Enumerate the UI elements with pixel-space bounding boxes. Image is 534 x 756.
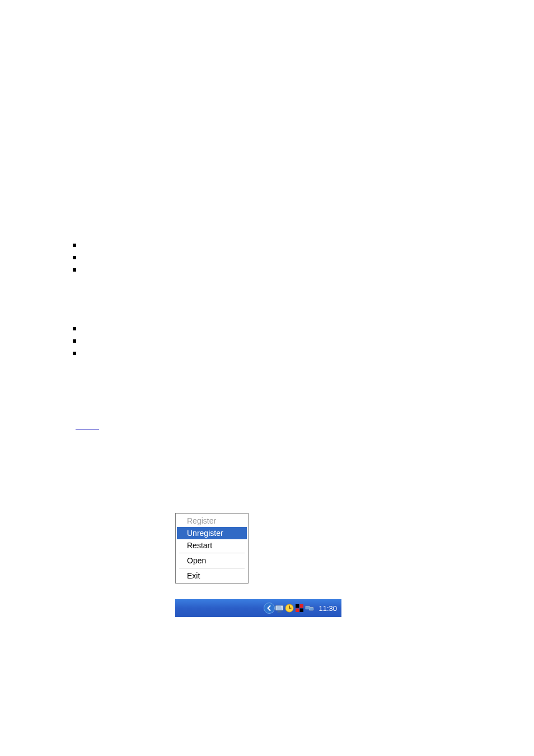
- tray-icons: [275, 604, 314, 613]
- bullet-list-top: [73, 244, 76, 281]
- menu-item-open[interactable]: Open: [177, 554, 247, 567]
- app-tray-icon[interactable]: [295, 604, 304, 613]
- chevron-left-icon: [266, 605, 272, 611]
- network-icon[interactable]: [305, 604, 314, 613]
- taskbar: 11:30: [175, 599, 341, 617]
- svg-rect-2: [277, 612, 282, 613]
- bullet-icon: [73, 268, 76, 272]
- monitor-icon[interactable]: [275, 604, 284, 613]
- svg-rect-14: [310, 608, 313, 610]
- bullet-icon: [73, 244, 76, 247]
- svg-rect-1: [278, 611, 280, 612]
- link-underline[interactable]: [76, 429, 99, 430]
- svg-rect-9: [296, 609, 299, 613]
- tray-expand-chevron[interactable]: [264, 603, 275, 614]
- menu-item-register: Register: [177, 515, 247, 527]
- bullet-icon: [73, 327, 76, 330]
- menu-separator: [179, 568, 245, 568]
- menu-item-restart[interactable]: Restart: [177, 539, 247, 552]
- clock-icon[interactable]: [285, 604, 294, 613]
- svg-rect-13: [306, 606, 310, 609]
- menu-item-exit[interactable]: Exit: [177, 570, 247, 582]
- bullet-icon: [73, 339, 76, 343]
- taskbar-clock[interactable]: 11:30: [318, 604, 337, 613]
- context-menu: Register Unregister Restart Open Exit: [175, 513, 249, 584]
- svg-rect-8: [300, 604, 304, 608]
- svg-rect-7: [296, 604, 299, 608]
- menu-separator: [179, 553, 245, 553]
- system-tray-area: Register Unregister Restart Open Exit: [175, 513, 341, 617]
- bullet-icon: [73, 256, 76, 259]
- svg-rect-10: [300, 609, 304, 613]
- bullet-list-bottom: [73, 327, 76, 364]
- bullet-icon: [73, 352, 76, 355]
- menu-item-unregister[interactable]: Unregister: [177, 527, 247, 539]
